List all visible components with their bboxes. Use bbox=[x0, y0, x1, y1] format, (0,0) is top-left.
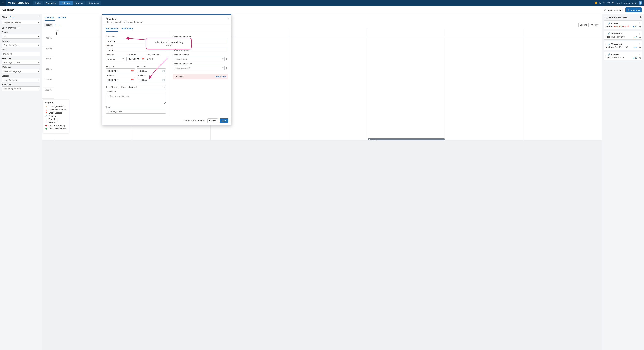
username-label[interactable]: system admin bbox=[624, 2, 637, 4]
card-menu-icon[interactable]: ⋮ bbox=[639, 22, 641, 24]
workgroup-label: Workgroup bbox=[2, 66, 40, 68]
priority-label: Priority bbox=[106, 54, 124, 56]
subtab-history[interactable]: History bbox=[58, 14, 66, 21]
passed-dot-icon bbox=[45, 128, 47, 130]
tags-input[interactable] bbox=[2, 52, 40, 56]
card-menu-icon[interactable]: ⋮ bbox=[639, 32, 641, 35]
duration-label: Task Duration bbox=[147, 54, 166, 56]
globe-icon[interactable] bbox=[598, 1, 601, 4]
assigned-equipment-select[interactable]: Pick equipment bbox=[173, 66, 224, 70]
card-menu-icon[interactable]: ⋮ bbox=[639, 43, 641, 45]
legend-popup: Legend ⊘Unassigned Entity ▲Displaced Req… bbox=[43, 100, 69, 133]
import-calendar-button[interactable]: Import calendar bbox=[602, 8, 624, 12]
nav-monitor[interactable]: Monitor bbox=[74, 1, 85, 5]
failed-dot-icon bbox=[45, 125, 47, 127]
chevron-right-icon: › bbox=[606, 22, 606, 25]
time-row: 12:00 PM bbox=[42, 88, 54, 99]
nav-tasks[interactable]: Tasks bbox=[33, 1, 43, 5]
personnel-select[interactable]: Select personnel bbox=[2, 60, 40, 65]
nav-resources[interactable]: Resources bbox=[86, 1, 101, 5]
tab-task-details[interactable]: Task Details bbox=[106, 25, 118, 32]
calendar-icon[interactable]: 📅 bbox=[131, 70, 134, 72]
unassigned-icon: ⊘ bbox=[45, 106, 47, 108]
unscheduled-task-card[interactable]: ›🔗Virology4 HighDue March 08 ⋮ ⇄69h bbox=[604, 31, 642, 39]
topbar-separator: | bbox=[621, 2, 622, 4]
end-date-label: End date bbox=[106, 75, 135, 77]
equipment-gear-icon[interactable]: ⚙ bbox=[226, 67, 228, 69]
expand-panel-icon[interactable] bbox=[640, 16, 642, 19]
unscheduled-task-card[interactable]: ›🔗Chem4 LowDue March 08 ⋮ ⇄119h bbox=[604, 52, 642, 60]
help-icon[interactable]: ? bbox=[607, 1, 610, 4]
calendar-icon[interactable]: 📅 bbox=[131, 79, 134, 81]
location-gear-icon[interactable]: ⚙ bbox=[226, 58, 228, 60]
location-icon: 📍 bbox=[45, 112, 47, 114]
description-input[interactable] bbox=[106, 94, 166, 104]
clock-icon[interactable]: 🕒 bbox=[162, 79, 165, 81]
filter-icon[interactable] bbox=[604, 16, 606, 18]
svg-text:?: ? bbox=[608, 2, 609, 3]
user-icon bbox=[640, 2, 642, 4]
calendar-icon[interactable]: 📅 bbox=[142, 58, 144, 60]
subtask-count: ⇄11 bbox=[633, 57, 637, 59]
workgroup-select[interactable]: Select workgroup bbox=[2, 69, 40, 73]
task-type-select[interactable]: Select task type bbox=[2, 43, 40, 47]
start-time-label: Start time bbox=[137, 65, 166, 68]
end-time-label: End time bbox=[137, 75, 166, 77]
new-task-modal: New Task Please provide the following in… bbox=[102, 14, 232, 125]
today-button[interactable]: Today bbox=[44, 23, 54, 27]
nav-availability[interactable]: Availability bbox=[44, 1, 58, 5]
link-icon: 🔗 bbox=[608, 32, 610, 35]
unscheduled-task-card[interactable]: ›🔗Chem5 RerunDue February 28 ⋮ ⇄119h bbox=[604, 20, 642, 29]
modal-tags-input[interactable] bbox=[106, 109, 166, 114]
show-archived-checkbox[interactable] bbox=[18, 27, 20, 29]
collapse-sidebar-icon[interactable] bbox=[38, 15, 40, 18]
subtask-count: ⇄6 bbox=[634, 46, 637, 49]
end-date-input[interactable] bbox=[106, 78, 135, 82]
search-icon[interactable] bbox=[603, 1, 606, 4]
save-add-another-checkbox[interactable] bbox=[181, 120, 184, 122]
time-row: 8:00 AM bbox=[42, 47, 54, 57]
new-task-button[interactable]: ＋ New Task bbox=[626, 7, 642, 12]
app-brand: SCHEDULING bbox=[6, 1, 31, 4]
filters-clear[interactable]: Clear bbox=[10, 16, 15, 18]
conflict-count: 1 Conflict bbox=[174, 75, 184, 78]
assigned-location-select[interactable]: Pick location bbox=[173, 57, 224, 61]
time-row: 10:00 AM bbox=[42, 67, 54, 78]
start-time-input[interactable] bbox=[137, 68, 166, 73]
nav-calendar[interactable]: Calendar bbox=[59, 1, 73, 5]
time-row: 9:00 AM bbox=[42, 57, 54, 67]
back-button[interactable] bbox=[0, 0, 6, 6]
priority-select[interactable]: All bbox=[2, 34, 40, 38]
tab-availability[interactable]: Availability bbox=[122, 25, 133, 32]
end-time-input[interactable] bbox=[137, 78, 166, 82]
unscheduled-task-card[interactable]: ›🔗Virology3 MediumDue March 08 ⋮ ⇄69h bbox=[604, 41, 642, 50]
all-day-checkbox[interactable] bbox=[106, 86, 109, 88]
location-select[interactable]: Select location bbox=[2, 78, 40, 82]
save-filter-preset[interactable]: Save Filter Preset bbox=[2, 20, 40, 24]
calendar-event[interactable]: Training 04:00 pm - 05:30 pm bbox=[368, 139, 444, 140]
plus-icon: ＋ bbox=[627, 8, 630, 11]
legend-button[interactable]: Legend bbox=[578, 23, 589, 27]
tags-label: Tags bbox=[2, 49, 40, 51]
top-nav: Tasks Availability Calendar Monitor Reso… bbox=[33, 1, 101, 5]
user-avatar[interactable] bbox=[639, 1, 642, 5]
description-label: Description bbox=[106, 91, 166, 93]
equipment-select[interactable]: Select equipment bbox=[2, 86, 40, 91]
modal-close-icon[interactable]: ✕ bbox=[226, 17, 229, 21]
subtab-calendar[interactable]: Calendar bbox=[44, 14, 55, 21]
bell-icon[interactable] bbox=[612, 1, 614, 4]
priority-select[interactable]: Medium bbox=[106, 57, 124, 61]
repeat-select[interactable]: Does not repeat bbox=[119, 85, 166, 89]
prev-week-icon[interactable]: ‹ bbox=[54, 23, 57, 27]
next-week-icon[interactable]: › bbox=[58, 23, 60, 27]
status-dot-icon[interactable] bbox=[594, 2, 597, 4]
save-button[interactable]: Save bbox=[220, 118, 228, 123]
cancel-button[interactable]: Cancel bbox=[208, 118, 218, 123]
week-dropdown[interactable]: Week ▾ bbox=[590, 23, 600, 27]
start-date-input[interactable] bbox=[106, 68, 135, 73]
card-menu-icon[interactable]: ⋮ bbox=[639, 53, 641, 56]
unscheduled-panel: Unscheduled Tasks: ›🔗Chem5 RerunDue Febr… bbox=[602, 14, 644, 350]
language-label[interactable]: esp bbox=[616, 2, 620, 4]
find-a-time-link[interactable]: Find a time bbox=[215, 75, 226, 78]
clock-icon[interactable]: 🕒 bbox=[162, 70, 165, 72]
